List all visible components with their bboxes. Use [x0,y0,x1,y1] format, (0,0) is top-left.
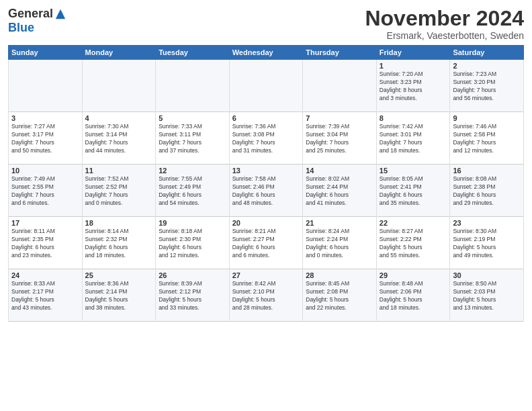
day-info: Sunrise: 8:18 AM Sunset: 2:30 PM Dayligh… [159,228,226,260]
day-info: Sunrise: 7:42 AM Sunset: 3:01 PM Dayligh… [380,123,447,155]
calendar-week-5: 24Sunrise: 8:33 AM Sunset: 2:17 PM Dayli… [9,269,524,322]
col-wednesday: Wednesday [229,46,303,60]
day-info: Sunrise: 7:39 AM Sunset: 3:04 PM Dayligh… [306,123,373,155]
day-number: 23 [453,219,521,227]
calendar-cell [303,60,377,112]
calendar-cell: 7Sunrise: 7:39 AM Sunset: 3:04 PM Daylig… [303,112,377,165]
calendar-table: Sunday Monday Tuesday Wednesday Thursday… [8,45,524,322]
day-info: Sunrise: 8:05 AM Sunset: 2:41 PM Dayligh… [380,175,447,208]
calendar-cell [156,60,230,112]
calendar-week-1: 1Sunrise: 7:20 AM Sunset: 3:23 PM Daylig… [9,60,524,112]
day-number: 12 [159,167,226,175]
calendar-cell [229,60,303,112]
day-info: Sunrise: 7:49 AM Sunset: 2:55 PM Dayligh… [11,175,79,208]
calendar-cell: 16Sunrise: 8:08 AM Sunset: 2:38 PM Dayli… [450,165,524,217]
day-info: Sunrise: 7:23 AM Sunset: 3:20 PM Dayligh… [453,71,521,103]
day-info: Sunrise: 8:08 AM Sunset: 2:38 PM Dayligh… [453,175,521,208]
calendar-cell: 3Sunrise: 7:27 AM Sunset: 3:17 PM Daylig… [9,112,83,165]
day-info: Sunrise: 8:30 AM Sunset: 2:19 PM Dayligh… [453,228,521,260]
day-number: 16 [453,167,521,175]
calendar-cell: 20Sunrise: 8:21 AM Sunset: 2:27 PM Dayli… [229,217,303,269]
day-info: Sunrise: 7:20 AM Sunset: 3:23 PM Dayligh… [380,71,447,103]
day-number: 8 [380,114,447,122]
day-number: 26 [159,271,226,279]
calendar-cell [9,60,83,112]
day-info: Sunrise: 8:48 AM Sunset: 2:06 PM Dayligh… [380,280,447,312]
day-info: Sunrise: 7:33 AM Sunset: 3:11 PM Dayligh… [159,123,226,155]
day-number: 19 [159,219,226,227]
main-container: General Blue November 2024 Ersmark, Vaes… [0,0,532,411]
calendar-body: 1Sunrise: 7:20 AM Sunset: 3:23 PM Daylig… [9,60,524,322]
col-tuesday: Tuesday [156,46,230,60]
calendar-cell: 26Sunrise: 8:39 AM Sunset: 2:12 PM Dayli… [156,269,230,322]
calendar-cell: 9Sunrise: 7:46 AM Sunset: 2:58 PM Daylig… [450,112,524,165]
calendar-cell: 15Sunrise: 8:05 AM Sunset: 2:41 PM Dayli… [376,165,450,217]
day-number: 20 [232,219,300,227]
calendar-week-3: 10Sunrise: 7:49 AM Sunset: 2:55 PM Dayli… [9,165,524,217]
day-info: Sunrise: 8:21 AM Sunset: 2:27 PM Dayligh… [232,228,300,260]
day-info: Sunrise: 8:14 AM Sunset: 2:32 PM Dayligh… [85,228,153,260]
day-info: Sunrise: 8:39 AM Sunset: 2:12 PM Dayligh… [159,280,226,312]
day-info: Sunrise: 8:42 AM Sunset: 2:10 PM Dayligh… [232,280,300,312]
day-number: 9 [453,114,521,122]
month-title: November 2024 [365,7,524,30]
calendar-cell: 14Sunrise: 8:02 AM Sunset: 2:44 PM Dayli… [303,165,377,217]
day-number: 30 [453,271,521,279]
day-number: 3 [11,114,79,122]
day-number: 5 [159,114,226,122]
logo-icon [54,8,66,20]
day-number: 17 [11,219,79,227]
day-info: Sunrise: 8:36 AM Sunset: 2:14 PM Dayligh… [85,280,153,312]
col-saturday: Saturday [450,46,524,60]
calendar-cell: 22Sunrise: 8:27 AM Sunset: 2:22 PM Dayli… [376,217,450,269]
col-friday: Friday [376,46,450,60]
day-number: 10 [11,167,79,175]
day-number: 24 [11,271,79,279]
calendar-cell: 13Sunrise: 7:58 AM Sunset: 2:46 PM Dayli… [229,165,303,217]
day-number: 28 [306,271,373,279]
calendar-cell: 1Sunrise: 7:20 AM Sunset: 3:23 PM Daylig… [376,60,450,112]
calendar-cell: 23Sunrise: 8:30 AM Sunset: 2:19 PM Dayli… [450,217,524,269]
calendar-cell: 10Sunrise: 7:49 AM Sunset: 2:55 PM Dayli… [9,165,83,217]
col-sunday: Sunday [9,46,83,60]
day-info: Sunrise: 7:27 AM Sunset: 3:17 PM Dayligh… [11,123,79,155]
calendar-cell [82,60,156,112]
logo-general-text: General [8,7,53,21]
day-number: 25 [85,271,153,279]
calendar-cell: 5Sunrise: 7:33 AM Sunset: 3:11 PM Daylig… [156,112,230,165]
calendar-cell: 4Sunrise: 7:30 AM Sunset: 3:14 PM Daylig… [82,112,156,165]
day-info: Sunrise: 8:02 AM Sunset: 2:44 PM Dayligh… [306,175,373,208]
day-info: Sunrise: 8:24 AM Sunset: 2:24 PM Dayligh… [306,228,373,260]
calendar-cell: 25Sunrise: 8:36 AM Sunset: 2:14 PM Dayli… [82,269,156,322]
calendar-cell: 8Sunrise: 7:42 AM Sunset: 3:01 PM Daylig… [376,112,450,165]
svg-marker-0 [56,9,65,18]
day-number: 15 [380,167,447,175]
logo-blue-text: Blue [8,21,34,34]
day-info: Sunrise: 7:46 AM Sunset: 2:58 PM Dayligh… [453,123,521,155]
calendar-cell: 28Sunrise: 8:45 AM Sunset: 2:08 PM Dayli… [303,269,377,322]
calendar-week-2: 3Sunrise: 7:27 AM Sunset: 3:17 PM Daylig… [9,112,524,165]
calendar-cell: 12Sunrise: 7:55 AM Sunset: 2:49 PM Dayli… [156,165,230,217]
calendar-cell: 11Sunrise: 7:52 AM Sunset: 2:52 PM Dayli… [82,165,156,217]
day-info: Sunrise: 8:45 AM Sunset: 2:08 PM Dayligh… [306,280,373,312]
calendar-header: Sunday Monday Tuesday Wednesday Thursday… [9,46,524,60]
header: General Blue November 2024 Ersmark, Vaes… [8,7,524,41]
calendar-cell: 17Sunrise: 8:11 AM Sunset: 2:35 PM Dayli… [9,217,83,269]
calendar-cell: 2Sunrise: 7:23 AM Sunset: 3:20 PM Daylig… [450,60,524,112]
day-info: Sunrise: 7:30 AM Sunset: 3:14 PM Dayligh… [85,123,153,155]
day-info: Sunrise: 8:50 AM Sunset: 2:03 PM Dayligh… [453,280,521,312]
day-number: 2 [453,62,521,70]
calendar-cell: 29Sunrise: 8:48 AM Sunset: 2:06 PM Dayli… [376,269,450,322]
calendar-cell: 30Sunrise: 8:50 AM Sunset: 2:03 PM Dayli… [450,269,524,322]
day-number: 7 [306,114,373,122]
day-number: 27 [232,271,300,279]
day-number: 6 [232,114,300,122]
calendar-week-4: 17Sunrise: 8:11 AM Sunset: 2:35 PM Dayli… [9,217,524,269]
calendar-cell: 21Sunrise: 8:24 AM Sunset: 2:24 PM Dayli… [303,217,377,269]
day-info: Sunrise: 7:58 AM Sunset: 2:46 PM Dayligh… [232,175,300,208]
calendar-cell: 18Sunrise: 8:14 AM Sunset: 2:32 PM Dayli… [82,217,156,269]
day-info: Sunrise: 8:33 AM Sunset: 2:17 PM Dayligh… [11,280,79,312]
calendar-cell: 19Sunrise: 8:18 AM Sunset: 2:30 PM Dayli… [156,217,230,269]
col-thursday: Thursday [303,46,377,60]
day-number: 4 [85,114,153,122]
